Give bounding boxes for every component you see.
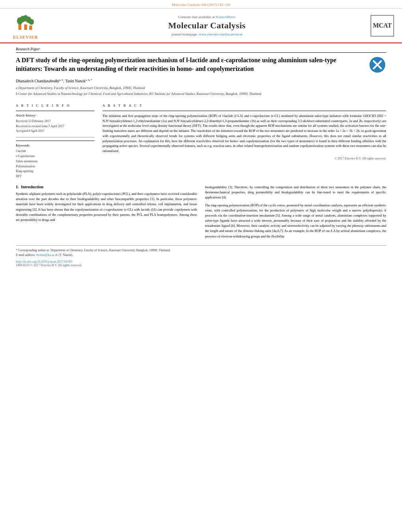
footnote-2: E-mail address: fscitnn@ku.ac.th (T. Nan…: [16, 253, 386, 258]
abstract-copyright: © 2017 Elsevier B.V. All rights reserved…: [102, 157, 386, 160]
affiliation-b: b Center for Advanced Studies in Nanotec…: [16, 91, 386, 96]
abstract-heading: A B S T R A C T: [102, 104, 386, 108]
journal-reference-bar: Molecular Catalysis 436 (2017) 145–156: [0, 0, 402, 9]
intro-paragraph-2: biodegradability [3]. Therefore, by cont…: [205, 185, 386, 200]
crossmark-logo: [368, 56, 386, 74]
intro-paragraph-3: The ring-opening polymerization (ROP) of…: [205, 203, 386, 239]
keyword-1: l-lactide: [16, 149, 95, 154]
doi-anchor[interactable]: http://dx.doi.org/10.1016/j.mcat.2017.04…: [16, 260, 73, 263]
revised-date: Received in revised form 5 April 2017: [16, 124, 95, 129]
intro-paragraph-1: Synthetic aliphatic polyesters such as p…: [16, 191, 197, 222]
body-content: 1. Introduction Synthetic aliphatic poly…: [0, 179, 402, 241]
keyword-5: Ring-opening: [16, 169, 95, 174]
journal-homepage: journal homepage: www.elsevier.com/locat…: [171, 32, 242, 36]
keyword-2: ε-Caprolactone: [16, 154, 95, 159]
journal-reference: Molecular Catalysis 436 (2017) 145–156: [172, 3, 230, 7]
article-info-abstract-section: A R T I C L E I N F O Article history: R…: [0, 100, 402, 179]
section1-title: 1. Introduction: [16, 185, 197, 189]
journal-title: Molecular Catalysis: [168, 20, 246, 31]
history-title: Article history:: [16, 113, 95, 117]
keyword-6: DFT: [16, 174, 95, 179]
accepted-date: Accepted 6 April 2017: [16, 129, 95, 134]
affiliation-a: a Department of Chemistry, Faculty of Sc…: [16, 85, 386, 91]
article-info-heading: A R T I C L E I N F O: [16, 104, 95, 108]
title-section: A DFT study of the ring-opening polymeri…: [16, 56, 386, 74]
mcat-logo-box: MCAT: [370, 15, 394, 37]
received-date: Received 23 February 2017: [16, 119, 95, 124]
section1-body-left: Synthetic aliphatic polyesters such as p…: [16, 191, 197, 222]
article-info-box: Article history: Received 23 February 20…: [16, 111, 95, 179]
homepage-prefix: journal homepage:: [171, 32, 199, 36]
abstract-box: The initiation and first propagation ste…: [102, 111, 386, 160]
bottom-copyright: 2468-8231/© 2017 Elsevier B.V. All right…: [16, 263, 386, 267]
body-right-column: biodegradability [3]. Therefore, by cont…: [205, 185, 386, 241]
authors-line: Dhanadech Chandanabodhia, b, Tanin Nanok…: [16, 78, 386, 83]
author2-name: , Tanin Nanok: [63, 79, 86, 83]
section1-heading: Introduction: [21, 185, 43, 189]
abstract-column: A B S T R A C T The initiation and first…: [102, 104, 386, 179]
svg-rect-6: [24, 24, 27, 30]
author1-affiliation: a, b: [59, 78, 63, 82]
elsevier-label: ELSEVIER: [13, 35, 38, 39]
email-link[interactable]: fscitnn@ku.ac.th: [36, 253, 58, 257]
bottom-links: http://dx.doi.org/10.1016/j.mcat.2017.04…: [0, 258, 402, 267]
section1-number: 1.: [16, 185, 19, 189]
article-title: A DFT study of the ring-opening polymeri…: [16, 56, 339, 74]
keywords-title: Keywords:: [16, 143, 95, 147]
article-info-column: A R T I C L E I N F O Article history: R…: [16, 104, 95, 179]
abstract-text: The initiation and first propagation ste…: [102, 113, 386, 154]
elsevier-logo: ELSEVIER: [8, 12, 43, 39]
footnote-section: * Corresponding author at: Department of…: [16, 245, 386, 258]
elsevier-tree-icon: [14, 12, 37, 33]
journal-header: ELSEVIER Contents lists available at Sci…: [0, 9, 402, 43]
abstract-paragraph: The initiation and first propagation ste…: [102, 113, 386, 154]
keywords-section: Keywords: l-lactide ε-Caprolactone Salen…: [16, 141, 95, 179]
mcat-label: MCAT: [373, 22, 392, 29]
article-type-label: Research Paper: [16, 47, 386, 53]
affiliations: a Department of Chemistry, Faculty of Sc…: [16, 85, 386, 96]
svg-point-5: [29, 19, 34, 25]
contents-prefix: Contents lists available at: [179, 15, 216, 19]
crossmark-icon: [368, 56, 386, 74]
body-left-column: 1. Introduction Synthetic aliphatic poly…: [16, 185, 197, 241]
article-header: Research Paper A DFT study of the ring-o…: [0, 43, 402, 96]
page-wrapper: Molecular Catalysis 436 (2017) 145–156 E…: [0, 0, 402, 532]
author1-name: Dhanadech Chandanabodhi: [16, 79, 59, 83]
svg-rect-7: [29, 26, 32, 30]
sciencedirect-line: Contents lists available at ScienceDirec…: [179, 15, 236, 19]
doi-link: http://dx.doi.org/10.1016/j.mcat.2017.04…: [16, 260, 386, 263]
keyword-3: Salen-aluminium: [16, 159, 95, 164]
article-history-section: Article history: Received 23 February 20…: [16, 113, 95, 137]
section1-body-right: biodegradability [3]. Therefore, by cont…: [205, 185, 386, 239]
keyword-4: Polymerization: [16, 164, 95, 169]
body-columns: 1. Introduction Synthetic aliphatic poly…: [16, 185, 386, 241]
homepage-link[interactable]: www.elsevier.com/locate/mcat: [199, 32, 242, 36]
sciencedirect-link[interactable]: ScienceDirect: [216, 15, 235, 19]
author2-affiliation: a, b, *: [86, 78, 92, 82]
footnote-1: * Corresponding author at: Department of…: [16, 248, 386, 253]
journal-header-center: Contents lists available at ScienceDirec…: [51, 12, 363, 39]
